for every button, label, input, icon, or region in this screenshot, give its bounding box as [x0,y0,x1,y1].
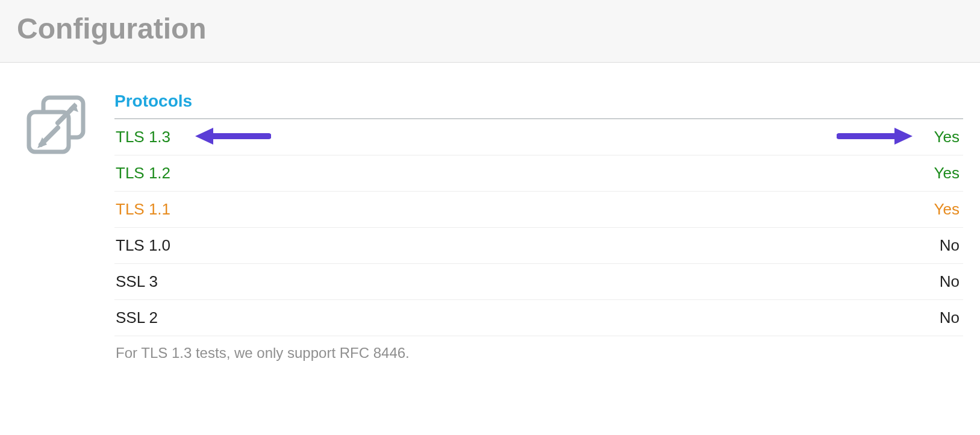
header-bar: Configuration [0,0,980,63]
swap-arrows-icon [24,94,89,159]
protocol-name: TLS 1.2 [116,164,170,183]
content-area: Protocols TLS 1.3 Yes TLS 1.2 Yes TL [0,63,980,376]
protocol-value: No [940,236,960,255]
protocols-section: Protocols TLS 1.3 Yes TLS 1.2 Yes TL [114,92,963,364]
svg-marker-10 [894,128,913,145]
table-row: TLS 1.1 Yes [114,192,963,228]
protocol-name: SSL 3 [116,272,158,291]
page-title: Configuration [17,12,963,45]
table-row: TLS 1.3 Yes [114,119,963,155]
table-row: SSL 2 No [114,300,963,336]
protocols-table: TLS 1.3 Yes TLS 1.2 Yes TLS 1.1 Yes [114,118,963,336]
protocol-name: TLS 1.1 [116,200,170,219]
protocol-value: Yes [934,200,960,219]
table-row: TLS 1.0 No [114,228,963,264]
section-title: Protocols [114,92,963,113]
protocol-value: Yes [934,128,960,146]
protocol-value: No [940,308,960,327]
footnote: For TLS 1.3 tests, we only support RFC 8… [114,336,963,364]
protocol-name: TLS 1.3 [116,128,170,146]
annotation-arrow-left-icon [193,125,271,148]
protocol-name: SSL 2 [116,308,158,327]
protocol-name: TLS 1.0 [116,236,170,255]
section-icon-column [24,92,114,159]
table-row: SSL 3 No [114,264,963,300]
protocol-value: No [940,272,960,291]
annotation-arrow-right-icon [837,125,915,148]
protocol-value: Yes [934,164,960,183]
table-row: TLS 1.2 Yes [114,155,963,192]
svg-marker-8 [195,128,213,145]
